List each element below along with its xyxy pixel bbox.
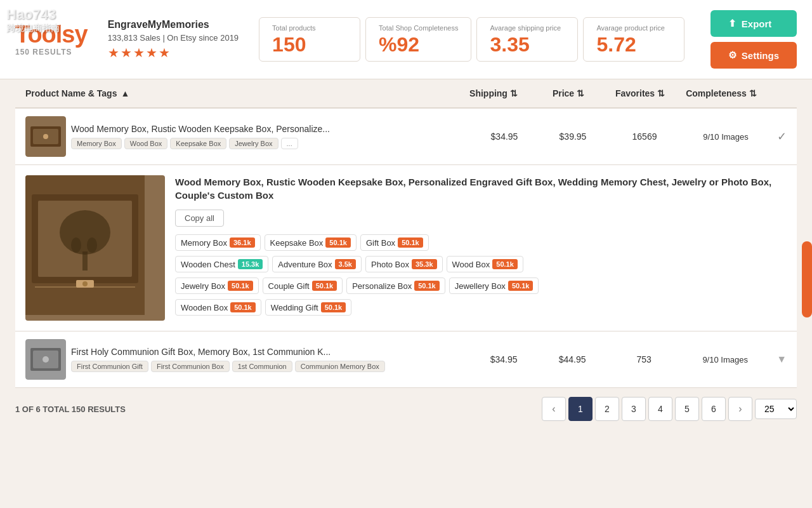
page-button-6[interactable]: 6 <box>702 397 726 421</box>
etag-wedding-gift: Wedding Gift50.1k <box>265 299 351 316</box>
etag-photo-box-count: 35.3k <box>412 259 437 269</box>
product-row-1[interactable]: Wood Memory Box, Rustic Wooden Keepsake … <box>15 109 797 165</box>
etag-wooden-chest-count: 15.3k <box>238 259 263 269</box>
copy-all-button[interactable]: Copy all <box>175 210 224 227</box>
page-prev-button[interactable]: ‹ <box>542 397 566 421</box>
col-price-label: Price <box>553 88 574 98</box>
actions-section: ⬆ Export ⚙ Settings <box>710 10 797 69</box>
sort-price-icon[interactable]: ⇅ <box>577 88 584 98</box>
shop-meta: 133,813 Sales | On Etsy since 2019 <box>108 33 239 43</box>
shop-stars: ★★★★★ <box>108 45 239 60</box>
product-thumb-2 <box>25 339 66 380</box>
product-row-2[interactable]: First Holy Communion Gift Box, Memory Bo… <box>15 331 797 388</box>
stat-completeness-value: %92 <box>379 34 419 55</box>
etag-jewelry-box: Jewelry Box50.1k <box>175 277 259 294</box>
product-shipping-2: $34.95 <box>472 354 535 364</box>
svg-rect-13 <box>35 286 135 288</box>
product-thumb-1 <box>25 116 66 157</box>
product-price-2: $44.95 <box>540 354 604 364</box>
tag-wood-box: Wood Box <box>124 138 168 149</box>
chevron-down-icon-2[interactable]: ▼ <box>776 354 787 365</box>
stat-total-products-value: 150 <box>272 34 306 55</box>
sort-favorites-icon[interactable]: ⇅ <box>657 88 665 98</box>
tag-keepsake-box: Keepsake Box <box>170 138 226 149</box>
page-button-3[interactable]: 3 <box>622 397 646 421</box>
watermark: Hao743 跨境电商指南 <box>6 6 60 34</box>
stat-avg-price-label: Avarage product price <box>596 24 664 32</box>
col-favorites-header: Favorites ⇅ <box>605 88 675 98</box>
svg-point-12 <box>82 281 88 286</box>
etag-memory-box: Memory Box36.1k <box>175 234 261 251</box>
expanded-content: Wood Memory Box, Rustic Wooden Keepsake … <box>175 165 797 331</box>
export-icon: ⬆ <box>728 18 737 29</box>
settings-icon: ⚙ <box>728 50 737 61</box>
expanded-tags-2: Wooden Chest15.3k Adventure Box3.5k Phot… <box>175 256 787 272</box>
product-completeness-1: 9/10 Images <box>684 132 767 142</box>
etag-wooden-box: Wooden Box50.1k <box>175 299 261 316</box>
per-page-select[interactable]: 25 50 100 <box>755 399 797 419</box>
watermark-line2: 跨境电商指南 <box>6 23 60 34</box>
page-button-4[interactable]: 4 <box>648 397 672 421</box>
etag-wood-box: Wood Box50.1k <box>447 256 523 272</box>
etag-wooden-chest: Wooden Chest15.3k <box>175 256 268 272</box>
product-price-1: $39.95 <box>541 131 605 142</box>
etag-photo-box: Photo Box35.3k <box>365 256 443 272</box>
sort-product-icon[interactable]: ▲ <box>121 88 129 98</box>
export-button[interactable]: ⬆ Export <box>710 10 797 37</box>
tag-first-communion-gift: First Communion Gift <box>71 361 148 372</box>
pagination-info: 1 OF 6 TOTAL 150 RESULTS <box>15 404 126 414</box>
etag-jewellery-box: Jewellery Box50.1k <box>449 277 539 294</box>
etag-couple-gift: Couple Gift50.1k <box>263 277 343 294</box>
watermark-line1: Hao743 <box>6 6 60 23</box>
expanded-image <box>25 175 165 321</box>
tag-first-communion-box: First Communion Box <box>151 361 230 372</box>
etag-keepsake-box: Keepsake Box50.1k <box>265 234 357 251</box>
shop-name: EngraveMyMemories <box>108 19 239 30</box>
product-favorites-2: 753 <box>609 354 679 364</box>
col-favorites-label: Favorites <box>615 88 655 98</box>
stat-completeness-label: Total Shop Completeness <box>379 24 458 32</box>
product-shipping-1: $34.95 <box>473 131 536 142</box>
sort-shipping-icon[interactable]: ⇅ <box>510 88 518 98</box>
product-tags-1: Memory Box Wood Box Keepsake Box Jewelry… <box>71 138 468 149</box>
etag-personalize-box: Personalize Box50.1k <box>346 277 445 294</box>
svg-point-17 <box>43 356 49 363</box>
stat-avg-price-value: 5.72 <box>596 34 636 55</box>
col-completeness-header: Completeness ⇅ <box>680 88 763 98</box>
etag-wedding-gift-count: 50.1k <box>321 302 346 312</box>
svg-point-10 <box>87 237 97 253</box>
scroll-indicator[interactable] <box>802 241 812 318</box>
product-title-1: Wood Memory Box, Rustic Wooden Keepsake … <box>71 124 468 134</box>
expanded-image-svg <box>25 175 145 315</box>
stat-avg-shipping-label: Avarage shipping price <box>490 24 561 32</box>
settings-button[interactable]: ⚙ Settings <box>710 42 797 69</box>
header: Toolsy 150 RESULTS EngraveMyMemories 133… <box>0 0 812 79</box>
stat-total-products-label: Total products <box>272 24 315 32</box>
page-next-button[interactable]: › <box>728 397 752 421</box>
etag-keepsake-box-count: 50.1k <box>325 237 351 248</box>
stat-completeness: Total Shop Completeness %92 <box>365 17 471 62</box>
shop-info: EngraveMyMemories 133,813 Sales | On Ets… <box>108 19 239 60</box>
col-shipping-label: Shipping <box>469 88 508 98</box>
page-button-2[interactable]: 2 <box>595 397 619 421</box>
etag-couple-gift-count: 50.1k <box>312 281 337 291</box>
sort-completeness-icon[interactable]: ⇅ <box>749 88 757 98</box>
etag-gift-box-count: 50.1k <box>398 237 423 248</box>
etag-wooden-box-count: 50.1k <box>230 302 256 312</box>
svg-point-7 <box>60 210 110 255</box>
svg-rect-8 <box>82 251 88 271</box>
col-product-header: Product Name & Tags ▲ <box>25 88 450 98</box>
etag-adventure-box: Adventure Box3.5k <box>272 256 362 272</box>
product-info-1: Wood Memory Box, Rustic Wooden Keepsake … <box>71 124 468 149</box>
page-button-5[interactable]: 5 <box>675 397 699 421</box>
product-info-2: First Holy Communion Gift Box, Memory Bo… <box>71 347 467 372</box>
col-completeness-label: Completeness <box>686 88 747 98</box>
stat-total-products: Total products 150 <box>259 17 360 62</box>
table-header: Product Name & Tags ▲ Shipping ⇅ Price ⇅… <box>15 79 797 109</box>
etag-jewelry-box-count: 50.1k <box>228 281 253 291</box>
stat-avg-shipping: Avarage shipping price 3.35 <box>476 17 578 62</box>
etag-adventure-box-count: 3.5k <box>335 259 356 269</box>
product-tags-2: First Communion Gift First Communion Box… <box>71 361 467 372</box>
etag-gift-box: Gift Box50.1k <box>360 234 429 251</box>
page-button-1[interactable]: 1 <box>568 397 593 421</box>
